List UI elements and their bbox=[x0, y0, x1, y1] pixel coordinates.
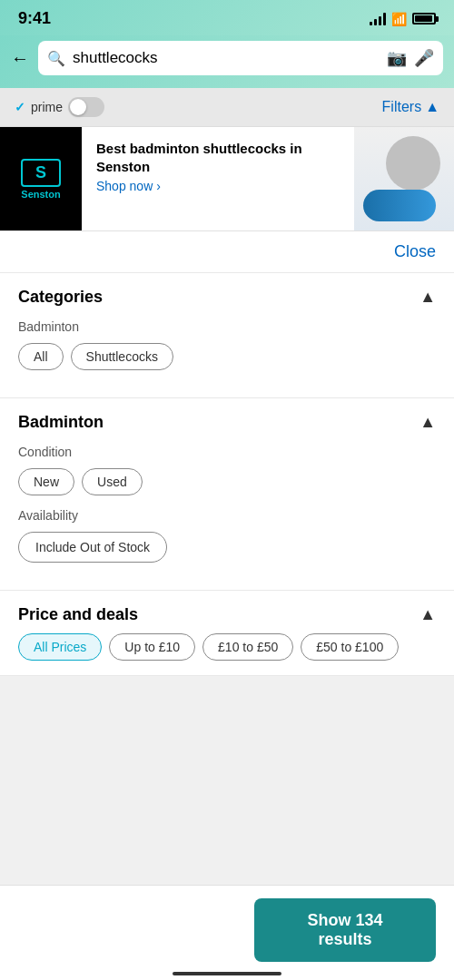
categories-chip-row: All Shuttlecocks bbox=[18, 343, 436, 370]
badminton-body: Condition New Used Availability Include … bbox=[0, 445, 454, 590]
search-query: shuttlecocks bbox=[73, 49, 380, 67]
price-deals-body: All Prices Up to £10 £10 to £50 £50 to £… bbox=[0, 633, 454, 675]
price-chip-10-to-50[interactable]: £10 to £50 bbox=[202, 633, 293, 661]
banner-content: Best badminton shuttlecocks in Senston S… bbox=[82, 127, 354, 230]
close-area: Close bbox=[0, 231, 454, 273]
prime-toggle-switch[interactable] bbox=[68, 97, 104, 117]
badminton-title: Badminton bbox=[18, 413, 104, 432]
prime-label: prime bbox=[31, 100, 63, 114]
price-chip-all[interactable]: All Prices bbox=[18, 633, 102, 661]
condition-chip-used[interactable]: Used bbox=[82, 468, 143, 495]
badminton-header: Badminton ▲ bbox=[0, 398, 454, 441]
categories-section: Categories ▲ Badminton All Shuttlecocks bbox=[0, 273, 454, 398]
price-deals-header: Price and deals ▲ bbox=[0, 591, 454, 633]
banner-shop-link[interactable]: Shop now › bbox=[96, 179, 340, 193]
banner-ad: S Senston Best badminton shuttlecocks in… bbox=[0, 127, 454, 231]
banner-circle bbox=[386, 136, 440, 191]
price-chip-row: All Prices Up to £10 £10 to £50 £50 to £… bbox=[18, 633, 436, 661]
banner-image bbox=[354, 127, 454, 230]
signal-icon bbox=[370, 13, 386, 25]
status-bar: 9:41 📶 bbox=[0, 0, 454, 35]
availability-chip-row: Include Out of Stock bbox=[18, 532, 436, 563]
categories-sub-label: Badminton bbox=[18, 319, 436, 334]
condition-label: Condition bbox=[18, 445, 436, 459]
search-box[interactable]: 🔍 shuttlecocks 📷 🎤 bbox=[38, 41, 443, 75]
banner-title: Best badminton shuttlecocks in Senston bbox=[96, 140, 340, 175]
availability-label: Availability bbox=[18, 508, 436, 523]
status-time: 9:41 bbox=[18, 9, 51, 28]
banner-logo: S Senston bbox=[0, 127, 82, 230]
prime-toggle: ✓ prime bbox=[15, 97, 104, 117]
camera-icon[interactable]: 📷 bbox=[387, 48, 407, 68]
categories-header: Categories ▲ bbox=[0, 273, 454, 316]
search-area: ← 🔍 shuttlecocks 📷 🎤 bbox=[0, 35, 454, 88]
prime-check-icon: ✓ bbox=[15, 100, 25, 114]
wifi-icon: 📶 bbox=[391, 12, 407, 26]
price-deals-chevron[interactable]: ▲ bbox=[419, 605, 436, 624]
price-chip-50-to-100[interactable]: £50 to £100 bbox=[301, 633, 399, 661]
filter-panel: Categories ▲ Badminton All Shuttlecocks … bbox=[0, 273, 454, 676]
filters-label: Filters bbox=[382, 99, 422, 115]
categories-chevron[interactable]: ▲ bbox=[419, 288, 436, 307]
categories-body: Badminton All Shuttlecocks bbox=[0, 319, 454, 397]
price-deals-section: Price and deals ▲ All Prices Up to £10 £… bbox=[0, 591, 454, 676]
home-indicator bbox=[173, 972, 281, 975]
categories-title: Categories bbox=[18, 288, 103, 307]
availability-chip-out-of-stock[interactable]: Include Out of Stock bbox=[18, 532, 167, 563]
back-button[interactable]: ← bbox=[11, 48, 29, 69]
price-chip-up-to-10[interactable]: Up to £10 bbox=[109, 633, 195, 661]
badminton-section: Badminton ▲ Condition New Used Availabil… bbox=[0, 398, 454, 591]
badminton-chevron[interactable]: ▲ bbox=[419, 413, 436, 432]
status-icons: 📶 bbox=[370, 12, 436, 26]
condition-chip-new[interactable]: New bbox=[18, 468, 74, 495]
chevron-up-icon: ▲ bbox=[425, 99, 439, 115]
condition-chip-row: New Used bbox=[18, 468, 436, 495]
prime-filters-bar: ✓ prime Filters ▲ bbox=[0, 88, 454, 127]
filters-button[interactable]: Filters ▲ bbox=[382, 99, 439, 115]
show-results-button[interactable]: Show 134 results bbox=[254, 898, 436, 962]
price-deals-title: Price and deals bbox=[18, 605, 138, 624]
bottom-bar: Show 134 results bbox=[0, 885, 454, 980]
category-chip-shuttlecocks[interactable]: Shuttlecocks bbox=[71, 343, 173, 370]
banner-logo-text: Senston bbox=[21, 189, 60, 200]
close-button[interactable]: Close bbox=[394, 242, 436, 261]
battery-icon bbox=[412, 13, 436, 24]
mic-icon[interactable]: 🎤 bbox=[414, 48, 434, 68]
search-icon: 🔍 bbox=[47, 50, 65, 67]
category-chip-all[interactable]: All bbox=[18, 343, 64, 370]
shuttlecock-tube bbox=[363, 190, 436, 221]
toggle-knob bbox=[70, 99, 86, 115]
